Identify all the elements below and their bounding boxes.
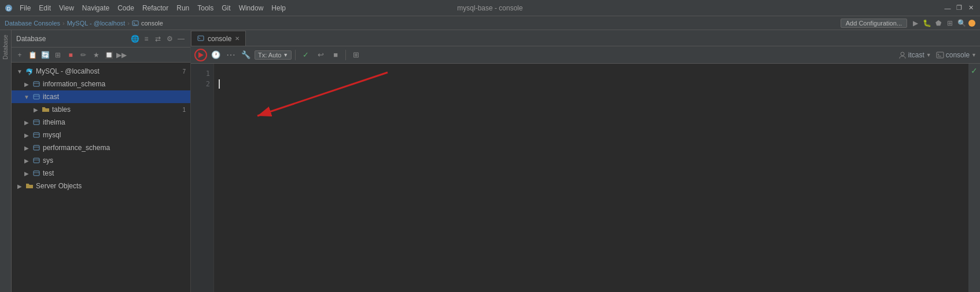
console-right-strip: ✓ bbox=[968, 64, 980, 292]
debug-icon[interactable]: 🐛 bbox=[922, 19, 931, 28]
mysql-icon: 🐬 bbox=[25, 67, 34, 75]
menu-edit[interactable]: Edit bbox=[35, 3, 54, 13]
expand-test[interactable]: ▶ bbox=[23, 170, 30, 177]
tree-item-tables[interactable]: ▶ tables 1 bbox=[12, 103, 190, 116]
db-icon-itcast bbox=[32, 93, 40, 101]
tx-dropdown[interactable]: Tx: Auto ▼ bbox=[255, 50, 292, 60]
more-button[interactable]: ⋯ bbox=[224, 49, 237, 61]
console-tab-close[interactable]: ✕ bbox=[235, 35, 240, 42]
console-connection[interactable]: console ▼ bbox=[936, 51, 977, 59]
breadcrumb-database-consoles[interactable]: Database Consoles bbox=[5, 20, 60, 27]
tree-item-mysql-root[interactable]: ▼ 🐬 MySQL - @localhost 7 bbox=[12, 65, 190, 78]
editor-cursor bbox=[219, 79, 220, 89]
svg-rect-10 bbox=[34, 120, 39, 125]
minimize-button[interactable]: — bbox=[943, 3, 952, 13]
expand-mysql-db[interactable]: ▶ bbox=[23, 132, 30, 138]
toolbar-icons-right: ▶ 🐛 ⬟ ⊞ 🔍 bbox=[911, 19, 975, 28]
user-avatar-icon[interactable] bbox=[968, 20, 975, 27]
sys-label: sys bbox=[43, 156, 190, 165]
editor-content[interactable] bbox=[214, 64, 968, 292]
console-area: console ✕ 🕐 ⋯ 🔧 Tx: Auto ▼ ✓ ↩ ■ ⊞ bbox=[191, 30, 980, 292]
restore-button[interactable]: ❐ bbox=[955, 3, 964, 13]
menu-refactor[interactable]: Refactor bbox=[139, 3, 172, 13]
sidebar-strip: Database bbox=[0, 30, 12, 292]
db-icon-itheima bbox=[32, 118, 40, 126]
svg-rect-14 bbox=[34, 145, 39, 150]
console-tab[interactable]: console ✕ bbox=[191, 31, 246, 46]
svg-point-22 bbox=[901, 52, 904, 56]
coverage-icon[interactable]: ⬟ bbox=[934, 19, 943, 28]
grid-db-button[interactable]: 🔲 bbox=[103, 49, 115, 61]
run-icon-top[interactable]: ▶ bbox=[911, 19, 920, 28]
rollback-button[interactable]: ↩ bbox=[314, 49, 327, 61]
user-connection[interactable]: itcast ▼ bbox=[898, 51, 931, 59]
wrench-button[interactable]: 🔧 bbox=[240, 49, 252, 61]
breadcrumb-mysql[interactable]: MySQL - @localhost bbox=[67, 20, 126, 27]
breadcrumb-bar: Database Consoles › MySQL - @localhost ›… bbox=[0, 16, 980, 30]
add-db-button[interactable]: + bbox=[14, 49, 25, 61]
collapse-icon[interactable]: — bbox=[176, 34, 186, 43]
mysql-root-badge: 7 bbox=[182, 68, 186, 75]
run-triangle-icon bbox=[198, 52, 204, 58]
tab-console-icon bbox=[197, 35, 204, 42]
stop-db-button[interactable]: ■ bbox=[65, 49, 76, 61]
search-icon-top[interactable]: 🔍 bbox=[957, 19, 966, 28]
tree-item-itcast[interactable]: ▼ itcast bbox=[12, 90, 190, 103]
profile-icon[interactable]: ⊞ bbox=[945, 19, 955, 28]
menu-file[interactable]: File bbox=[16, 3, 34, 13]
settings-icon[interactable]: ⚙ bbox=[165, 34, 174, 43]
menu-help[interactable]: Help bbox=[268, 3, 289, 13]
mysql-root-label: MySQL - @localhost bbox=[36, 67, 180, 75]
expand-itcast[interactable]: ▼ bbox=[23, 93, 30, 100]
expand-itheima[interactable]: ▶ bbox=[23, 119, 30, 126]
svg-rect-6 bbox=[34, 82, 39, 86]
edit-db-button[interactable]: ✏ bbox=[78, 49, 89, 61]
main-layout: Database Database 🌐 ≡ ⇄ ⚙ — + 📋 🔄 ⊞ ■ ✏ … bbox=[0, 30, 980, 292]
table-view-button[interactable]: ⊞ bbox=[349, 49, 362, 61]
tree-item-mysql-db[interactable]: ▶ mysql bbox=[12, 129, 190, 141]
itheima-label: itheima bbox=[43, 118, 190, 126]
expand-tables[interactable]: ▶ bbox=[32, 106, 39, 113]
test-label: test bbox=[43, 169, 190, 177]
expand-sys[interactable]: ▶ bbox=[23, 157, 30, 164]
svg-rect-12 bbox=[34, 133, 39, 137]
history-button[interactable]: 🕐 bbox=[209, 49, 222, 61]
add-configuration-button[interactable]: Add Configuration... bbox=[841, 19, 907, 28]
expand-mysql-root[interactable]: ▼ bbox=[16, 68, 23, 75]
tree-item-information-schema[interactable]: ▶ information_schema bbox=[12, 78, 190, 90]
schema-button[interactable]: ⊞ bbox=[52, 49, 64, 61]
close-button[interactable]: ✕ bbox=[966, 3, 975, 13]
run-button[interactable] bbox=[194, 49, 207, 61]
tree-item-itheima[interactable]: ▶ itheima bbox=[12, 116, 190, 129]
menu-run[interactable]: Run bbox=[173, 3, 193, 13]
console-toolbar: 🕐 ⋯ 🔧 Tx: Auto ▼ ✓ ↩ ■ ⊞ itcast bbox=[191, 46, 980, 64]
menu-navigate[interactable]: Navigate bbox=[79, 3, 113, 13]
svg-text:🐬: 🐬 bbox=[25, 68, 34, 75]
db-icon-information-schema bbox=[32, 80, 40, 88]
swap-icon[interactable]: ⇄ bbox=[153, 34, 163, 43]
copy-db-button[interactable]: 📋 bbox=[27, 49, 38, 61]
tree-item-performance-schema[interactable]: ▶ performance_schema bbox=[12, 141, 190, 154]
app-icon: D bbox=[5, 4, 13, 12]
tree-item-server-objects[interactable]: ▶ Server Objects bbox=[12, 180, 190, 192]
title-bar-left: D File Edit View Navigate Code Refactor … bbox=[5, 3, 289, 13]
expand-information-schema[interactable]: ▶ bbox=[23, 81, 30, 87]
menu-code[interactable]: Code bbox=[114, 3, 138, 13]
tree-item-sys[interactable]: ▶ sys bbox=[12, 154, 190, 167]
svg-rect-18 bbox=[34, 171, 39, 176]
cancel-button[interactable]: ■ bbox=[329, 49, 342, 61]
expand-performance-schema[interactable]: ▶ bbox=[23, 144, 30, 151]
database-panel: Database 🌐 ≡ ⇄ ⚙ — + 📋 🔄 ⊞ ■ ✏ ★ 🔲 ▶▶ bbox=[12, 30, 191, 292]
menu-git[interactable]: Git bbox=[218, 3, 234, 13]
menu-window[interactable]: Window bbox=[235, 3, 267, 13]
globe-icon[interactable]: 🌐 bbox=[130, 34, 139, 43]
tree-item-test[interactable]: ▶ test bbox=[12, 167, 190, 180]
menu-tools[interactable]: Tools bbox=[194, 3, 217, 13]
star-db-button[interactable]: ★ bbox=[90, 49, 102, 61]
list-icon[interactable]: ≡ bbox=[142, 34, 151, 43]
menu-view[interactable]: View bbox=[56, 3, 78, 13]
commit-button[interactable]: ✓ bbox=[299, 49, 312, 61]
jump-db-button[interactable]: ▶▶ bbox=[116, 49, 127, 61]
refresh-db-button[interactable]: 🔄 bbox=[39, 49, 51, 61]
expand-server-objects[interactable]: ▶ bbox=[16, 183, 23, 189]
